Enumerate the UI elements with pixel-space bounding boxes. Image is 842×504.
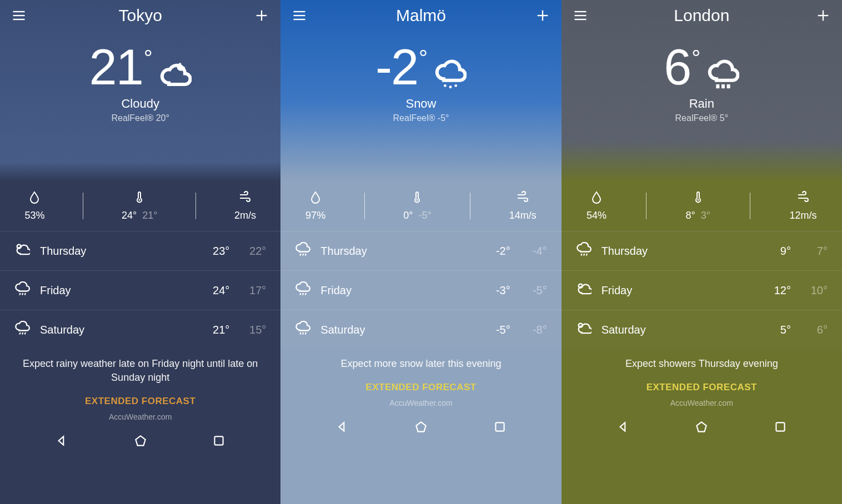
condition-icon (159, 59, 192, 93)
forecast-day: Friday (602, 284, 754, 297)
svg-marker-39 (280, 145, 397, 178)
divider (470, 193, 470, 219)
svg-point-26 (308, 72, 309, 74)
svg-point-19 (8, 100, 64, 118)
add-location-icon[interactable] (535, 8, 550, 23)
forecast-day: Friday (320, 284, 473, 297)
svg-marker-38 (308, 117, 403, 173)
menu-icon[interactable] (11, 8, 27, 23)
temp-value: 21 (89, 42, 143, 92)
forecast-day: Thursday (40, 245, 193, 258)
realfeel-text: RealFeel® 20° (111, 113, 169, 123)
forecast-row[interactable]: Friday 24° 17° (0, 270, 280, 310)
app-bar: Malmö (280, 0, 561, 31)
add-location-icon[interactable] (815, 8, 831, 23)
svg-marker-60 (562, 145, 678, 178)
forecast-day: Thursday (602, 245, 754, 258)
forecast-lo: -5° (520, 284, 547, 297)
humidity-value: 97% (305, 210, 325, 221)
nav-recent-icon[interactable] (773, 420, 788, 436)
provider-text: AccuWeather.com (0, 412, 280, 426)
humidity-icon (590, 190, 603, 206)
svg-line-46 (514, 142, 520, 150)
extended-forecast-link[interactable]: EXTENDED FORECAST (562, 379, 842, 399)
hi-value: 0° (403, 210, 413, 221)
forecast-lo: 22° (239, 245, 266, 258)
svg-point-18 (33, 84, 78, 100)
summary-text: Expect rainy weather late on Friday nigh… (0, 349, 280, 392)
nav-home-icon[interactable] (414, 420, 428, 436)
wind-value: 2m/s (234, 210, 256, 221)
weather-screen-tokyo: Tokyo 21 ° Cloudy RealFeel® 20° (0, 0, 280, 504)
svg-point-30 (491, 78, 493, 79)
extended-forecast-link[interactable]: EXTENDED FORECAST (0, 392, 280, 412)
nav-back-icon[interactable] (616, 420, 630, 436)
android-navbar (562, 412, 842, 444)
forecast-day: Saturday (320, 324, 473, 336)
forecast-row[interactable]: Thursday 23° 22° (0, 231, 280, 270)
forecast-row[interactable]: Saturday 5° 6° (562, 310, 842, 349)
temp-value: 6 (664, 42, 690, 92)
forecast-day: Thursday (320, 245, 473, 258)
forecast-row[interactable]: Saturday 21° 15° (0, 310, 280, 349)
hi-value: 8° (686, 210, 695, 221)
wind-metric: 14m/s (509, 190, 537, 221)
menu-icon[interactable] (292, 8, 307, 23)
forecast-hi: 21° (203, 324, 229, 336)
svg-point-61 (760, 131, 807, 175)
nav-back-icon[interactable] (335, 420, 349, 436)
realfeel-text: RealFeel® 5° (675, 113, 729, 123)
lo-value: 3° (701, 210, 710, 221)
svg-point-35 (469, 93, 470, 95)
thermometer-icon (691, 190, 705, 206)
forecast-list: Thursday 23° 22° Friday 24° 17° Saturday… (0, 231, 280, 349)
svg-marker-20 (0, 128, 83, 173)
forecast-row[interactable]: Thursday 9° 7° (562, 231, 842, 270)
svg-marker-37 (280, 125, 375, 173)
extended-forecast-link[interactable]: EXTENDED FORECAST (280, 379, 561, 399)
forecast-day: Friday (40, 284, 193, 297)
forecast-lo: 17° (239, 284, 266, 297)
current-temp: -2 ° (375, 42, 467, 93)
forecast-icon (14, 242, 30, 260)
svg-line-53 (800, 62, 817, 106)
forecast-row[interactable]: Saturday -5° -8° (280, 310, 561, 349)
wind-value: 14m/s (509, 210, 537, 221)
nav-recent-icon[interactable] (212, 434, 226, 450)
nav-home-icon[interactable] (133, 434, 148, 450)
condition-text: Cloudy (121, 97, 159, 111)
condition-text: Snow (405, 97, 436, 111)
forecast-hi: 23° (203, 245, 229, 258)
wind-value: 12m/s (790, 210, 817, 221)
forecast-icon (576, 281, 592, 300)
city-title: Tokyo (118, 6, 162, 25)
forecast-hi: 24° (203, 284, 229, 297)
weather-screen-malmo: Malmö -2 (280, 0, 561, 504)
thermometer-icon (410, 190, 424, 206)
metrics-row: 97% 0° -5° 14m/s (280, 181, 561, 231)
forecast-icon (14, 321, 30, 339)
divider (364, 193, 365, 219)
wind-icon (238, 190, 252, 206)
hi-value: 24° (122, 210, 137, 221)
svg-point-32 (324, 89, 326, 90)
forecast-row[interactable]: Friday -3° -5° (280, 270, 561, 310)
nav-recent-icon[interactable] (493, 420, 507, 436)
svg-line-57 (817, 78, 834, 134)
forecast-lo: 10° (801, 284, 828, 297)
forecast-hi: -2° (484, 245, 510, 258)
add-location-icon[interactable] (254, 8, 269, 23)
forecast-row[interactable]: Thursday -2° -4° (280, 231, 561, 270)
hero: -2 ° Snow RealFeel® -5° (280, 31, 561, 181)
menu-icon[interactable] (573, 8, 588, 23)
forecast-icon (14, 281, 30, 300)
nav-back-icon[interactable] (54, 434, 69, 450)
lo-value: 21° (142, 210, 157, 221)
svg-marker-22 (0, 139, 111, 178)
metrics-row: 54% 8° 3° 12m/s (562, 181, 842, 231)
nav-home-icon[interactable] (694, 420, 709, 436)
forecast-icon (295, 321, 310, 339)
degree-symbol: ° (419, 46, 428, 70)
forecast-row[interactable]: Friday 12° 10° (562, 270, 842, 310)
forecast-lo: 15° (239, 324, 266, 336)
